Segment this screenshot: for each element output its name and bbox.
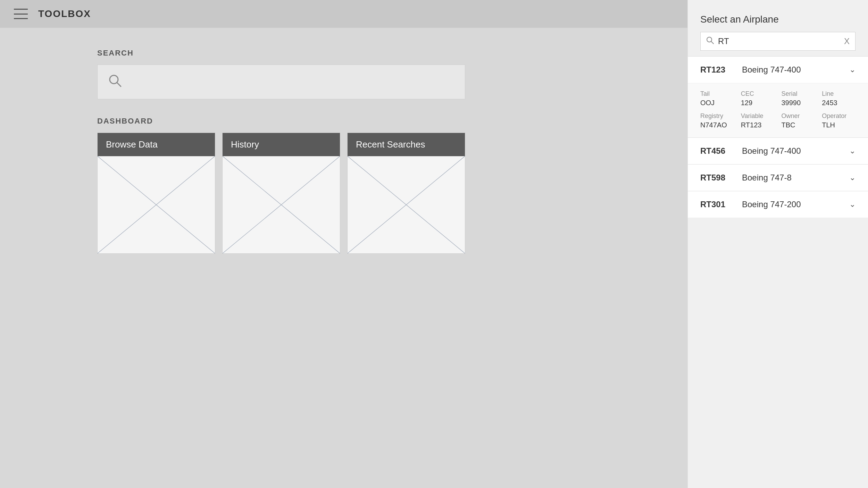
app-title: TOOLBOX [38,8,91,19]
panel-title: Select an Airplane [688,0,868,32]
clear-search-button[interactable]: X [844,36,850,46]
menu-icon[interactable] [14,9,28,19]
search-bar[interactable] [97,65,465,99]
airplane-search-input[interactable] [718,36,844,46]
dashboard-cards: Browse Data History Recent Searches [97,133,771,254]
airplane-item-rt301: RT301 Boeing 747-200 ⌄ [688,191,868,218]
airplane-id-rt123: RT123 [700,65,742,75]
recent-searches-card-title: Recent Searches [348,133,465,156]
search-icon [108,74,122,91]
airplane-item-rt456-header[interactable]: RT456 Boeing 747-400 ⌄ [688,138,868,164]
airplane-model-rt123: Boeing 747-400 [742,65,849,75]
chevron-rt123: ⌄ [849,65,856,74]
airplane-details-rt123: Tail OOJ CEC 129 Serial 39990 Line 2453 … [688,83,868,137]
chevron-rt598: ⌄ [849,173,856,182]
detail-registry: Registry N747AO [700,112,734,129]
detail-owner: Owner TBC [782,112,815,129]
recent-searches-card-body [348,156,465,253]
history-card[interactable]: History [222,133,340,254]
search-label: SEARCH [97,49,771,58]
browse-data-card-title: Browse Data [98,133,215,156]
airplane-model-rt456: Boeing 747-400 [742,146,849,156]
airplane-id-rt301: RT301 [700,200,742,209]
airplane-select-panel: Select an Airplane X RT123 Boeing 747-40… [687,0,868,488]
airplane-model-rt301: Boeing 747-200 [742,200,849,209]
airplane-item-rt123: RT123 Boeing 747-400 ⌄ Tail OOJ CEC 129 … [688,56,868,137]
browse-data-card-body [98,156,215,253]
detail-line: Line 2453 [822,90,856,107]
history-card-title: History [223,133,340,156]
history-card-body [223,156,340,253]
airplane-id-rt598: RT598 [700,173,742,183]
browse-data-card[interactable]: Browse Data [97,133,215,254]
detail-variable: Variable RT123 [741,112,775,129]
airplane-item-rt598: RT598 Boeing 747-8 ⌄ [688,164,868,191]
airplane-item-rt598-header[interactable]: RT598 Boeing 747-8 ⌄ [688,165,868,191]
recent-searches-card[interactable]: Recent Searches [347,133,465,254]
detail-operator: Operator TLH [822,112,856,129]
airplane-model-rt598: Boeing 747-8 [742,173,849,183]
airplane-item-rt456: RT456 Boeing 747-400 ⌄ [688,137,868,164]
panel-search-icon [706,36,714,46]
detail-cec: CEC 129 [741,90,775,107]
detail-tail: Tail OOJ [700,90,734,107]
airplane-search-row[interactable]: X [700,32,856,51]
airplane-id-rt456: RT456 [700,146,742,156]
chevron-rt301: ⌄ [849,200,856,209]
chevron-rt456: ⌄ [849,146,856,155]
dashboard-label: DASHBOARD [97,117,771,126]
detail-serial: Serial 39990 [782,90,815,107]
svg-line-9 [711,42,714,44]
airplane-item-rt301-header[interactable]: RT301 Boeing 747-200 ⌄ [688,191,868,218]
svg-line-1 [117,83,121,86]
airplane-item-rt123-header[interactable]: RT123 Boeing 747-400 ⌄ [688,57,868,83]
